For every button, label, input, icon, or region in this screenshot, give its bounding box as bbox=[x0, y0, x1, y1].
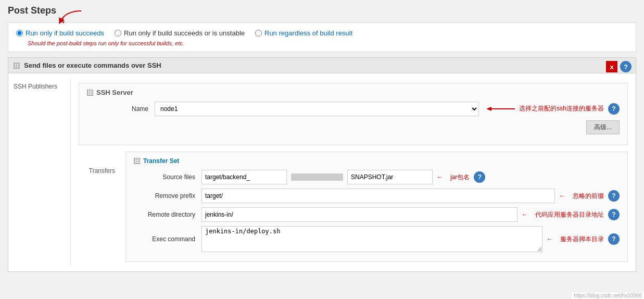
source-files-input-suffix[interactable] bbox=[347, 170, 433, 184]
ssh-body: SSH Publishers SSH Server Name no bbox=[8, 73, 636, 271]
close-button[interactable]: x bbox=[606, 61, 617, 72]
ssh-server-sub-section: SSH Server Name node1 bbox=[79, 83, 628, 145]
ssh-header: Send files or execute commands over SSH … bbox=[8, 58, 636, 73]
exec-command-help[interactable]: ? bbox=[608, 233, 620, 245]
server-grid-icon bbox=[87, 90, 93, 96]
transfers-section: Transfers Transfer Set Source files bbox=[79, 152, 628, 262]
radio-option-1[interactable]: Run only if build succeeds bbox=[16, 29, 104, 37]
name-field-row: Name node1 选择之前配的ssh连接的服务器 bbox=[87, 102, 620, 116]
svg-marker-0 bbox=[486, 107, 491, 111]
transfer-set-section: Transfer Set Source files ← bbox=[125, 152, 628, 262]
exec-command-arrow: ← bbox=[547, 235, 553, 243]
radio-label-1: Run only if build succeeds bbox=[26, 29, 104, 37]
ssh-sidebar-label: SSH Publishers bbox=[14, 83, 57, 90]
radio-input-1[interactable] bbox=[16, 30, 23, 36]
radio-input-3[interactable] bbox=[255, 30, 262, 36]
source-files-input-prefix[interactable] bbox=[201, 170, 287, 184]
advanced-button-wrap: 高级... bbox=[87, 120, 620, 134]
ssh-sidebar: SSH Publishers bbox=[8, 79, 71, 266]
name-arrow-svg bbox=[486, 104, 517, 114]
transfer-set-header: Transfer Set bbox=[134, 157, 620, 165]
ssh-header-label: Send files or execute commands over SSH bbox=[24, 61, 161, 69]
radio-input-2[interactable] bbox=[115, 30, 121, 36]
radio-row: ↓ Run only if build succeeds Run only if… bbox=[16, 29, 628, 37]
remove-prefix-label: Remove prefix bbox=[134, 192, 201, 200]
remote-directory-input[interactable] bbox=[201, 207, 517, 222]
remote-directory-arrow: ← bbox=[522, 211, 528, 218]
remove-prefix-annotation: 忽略的前缀 bbox=[573, 192, 604, 201]
source-files-input-wrap: ← jar包名 ? bbox=[201, 170, 620, 184]
ssh-content: SSH Server Name node1 bbox=[71, 79, 636, 266]
source-files-label: Source files bbox=[134, 173, 201, 181]
radio-option-2[interactable]: Run only if build succeeds or is unstabl… bbox=[115, 29, 245, 37]
transfers-layout: Transfers Transfer Set Source files bbox=[79, 152, 628, 262]
transfer-grid-icon bbox=[134, 158, 140, 164]
advanced-button[interactable]: 高级... bbox=[586, 120, 620, 134]
radio-label-2: Run only if build succeeds or is unstabl… bbox=[124, 29, 245, 37]
name-select[interactable]: node1 bbox=[155, 102, 479, 116]
exec-command-annotation: 服务器脚本目录 bbox=[560, 235, 604, 244]
name-annotation: 选择之前配的ssh连接的服务器 bbox=[486, 104, 604, 114]
transfer-set-label: Transfer Set bbox=[143, 157, 179, 165]
remote-directory-annotation: 代码应用服务器目录地址 bbox=[535, 210, 604, 219]
remote-directory-label: Remote directory bbox=[134, 211, 201, 218]
radio-option-3[interactable]: Run regardless of build result bbox=[255, 29, 352, 37]
remove-prefix-input-wrap: ← 忽略的前缀 ? bbox=[201, 189, 620, 203]
radio-hint: Should the post-build steps run only for… bbox=[28, 40, 628, 46]
exec-command-input-wrap: jenkins-in/deploy.sh ← 服务器脚本目录 ? bbox=[201, 226, 620, 252]
remove-prefix-help[interactable]: ? bbox=[608, 190, 620, 202]
remove-prefix-input[interactable] bbox=[201, 189, 555, 203]
page-title: Post Steps bbox=[8, 5, 636, 16]
source-files-annotation: jar包名 bbox=[450, 173, 470, 182]
name-label: Name bbox=[87, 105, 155, 113]
ssh-server-header: SSH Server bbox=[87, 89, 620, 96]
remote-directory-input-wrap: ← 代码应用服务器目录地址 ? bbox=[201, 207, 620, 222]
transfers-sidebar-label: Transfers bbox=[79, 152, 115, 175]
radio-label-3: Run regardless of build result bbox=[264, 29, 352, 37]
name-annotation-text: 选择之前配的ssh连接的服务器 bbox=[519, 105, 604, 112]
exec-command-label: Exec command bbox=[134, 235, 201, 243]
ssh-section-help-button[interactable]: ? bbox=[620, 61, 632, 72]
exec-command-row: Exec command jenkins-in/deploy.sh ← 服务器脚… bbox=[134, 226, 620, 252]
remote-directory-row: Remote directory ← 代码应用服务器目录地址 ? bbox=[134, 207, 620, 222]
radio-section: ↓ Run only if build succeeds Run only if… bbox=[8, 22, 636, 52]
source-files-help[interactable]: ? bbox=[474, 171, 485, 183]
remove-prefix-arrow: ← bbox=[559, 192, 565, 200]
watermark: https://blog.csdn.net/hx10066 bbox=[572, 292, 644, 299]
ssh-server-header-label: SSH Server bbox=[96, 89, 133, 96]
name-help-button[interactable]: ? bbox=[608, 103, 620, 115]
name-input-wrap: node1 选择之前配的ssh连接的服务器 ? bbox=[155, 102, 620, 116]
grid-icon bbox=[14, 63, 20, 69]
source-files-row: Source files ← jar包名 ? bbox=[134, 170, 620, 184]
remove-prefix-row: Remove prefix ← 忽略的前缀 ? bbox=[134, 189, 620, 203]
source-files-arrow: ← bbox=[437, 173, 443, 181]
source-files-blurred bbox=[291, 173, 343, 181]
exec-command-input[interactable]: jenkins-in/deploy.sh bbox=[201, 226, 542, 252]
ssh-section: Send files or execute commands over SSH … bbox=[8, 57, 636, 272]
page-wrapper: Post Steps ↓ Run only if build su bbox=[0, 0, 644, 299]
remote-directory-help[interactable]: ? bbox=[608, 209, 620, 220]
